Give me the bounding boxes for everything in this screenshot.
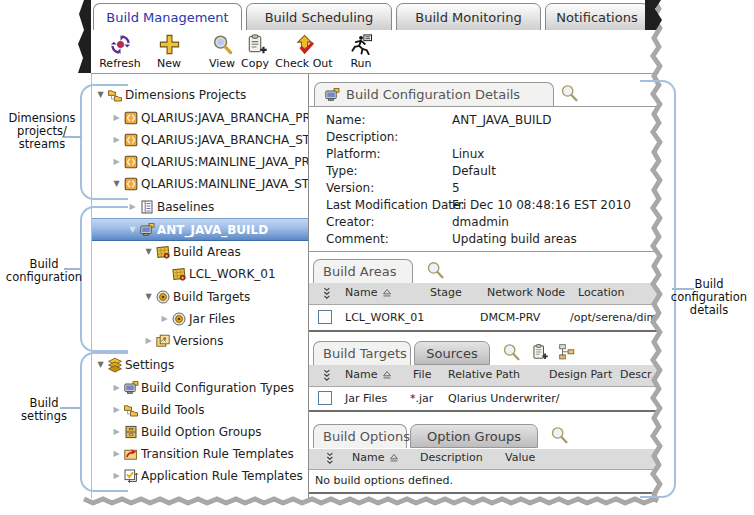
torn-black-strip-left	[78, 0, 91, 73]
screenshot-canvas: Build Management Build Scheduling Build …	[0, 0, 754, 515]
bracket-projects	[80, 84, 128, 200]
callout-build-settings: Build settings	[6, 397, 82, 423]
bracket-settings	[80, 352, 128, 492]
callout-dimensions-projects-streams: Dimensions projects/ streams	[0, 112, 84, 151]
callout-build-configuration: Build configuration	[0, 258, 88, 284]
callout-build-configuration-details: Build configuration details	[664, 278, 754, 317]
